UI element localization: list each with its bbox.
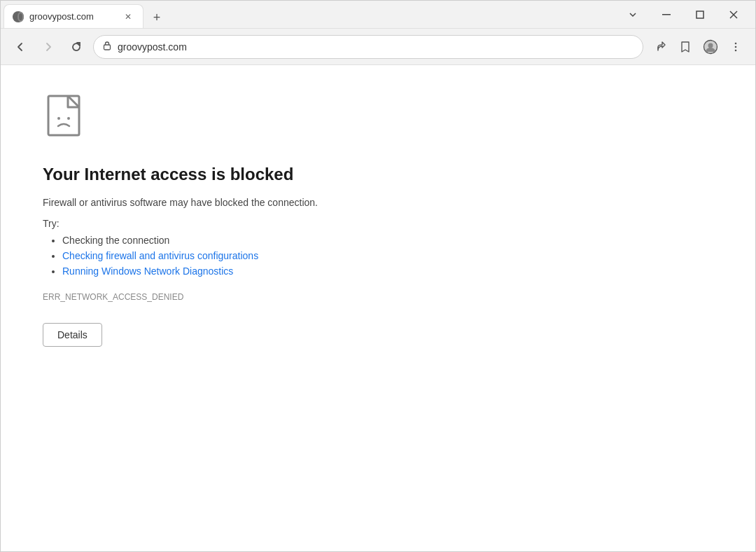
error-code: ERR_NETWORK_ACCESS_DENIED	[43, 292, 727, 302]
svg-point-9	[708, 43, 713, 48]
browser-window: groovypost.com ✕ +	[0, 0, 756, 552]
svg-rect-7	[104, 45, 111, 50]
title-bar: groovypost.com ✕ +	[1, 1, 755, 29]
tab-close-button[interactable]: ✕	[122, 11, 134, 23]
error-title: Your Internet access is blocked	[43, 165, 727, 184]
nav-actions	[649, 36, 747, 58]
menu-button[interactable]	[724, 36, 747, 58]
error-try-label: Try:	[43, 218, 727, 229]
show-hidden-button[interactable]	[617, 4, 649, 25]
browser-tab[interactable]: groovypost.com ✕	[4, 4, 144, 28]
profile-button[interactable]	[699, 36, 722, 58]
window-controls	[611, 1, 755, 28]
main-content: Your Internet access is blocked Firewall…	[1, 65, 755, 551]
svg-rect-3	[662, 14, 671, 15]
svg-point-11	[735, 46, 737, 48]
svg-point-16	[67, 117, 70, 120]
error-icon	[43, 93, 92, 142]
tab-favicon	[13, 11, 24, 22]
svg-rect-4	[696, 11, 704, 18]
forward-button[interactable]	[37, 36, 59, 58]
share-button[interactable]	[649, 36, 671, 58]
address-bar[interactable]: groovypost.com	[93, 35, 643, 59]
suggestion-text-1: Checking the connection	[62, 235, 169, 246]
network-diagnostics-link[interactable]: Running Windows Network Diagnostics	[62, 265, 233, 277]
maximize-button[interactable]	[684, 4, 716, 25]
svg-point-10	[735, 42, 737, 44]
bookmark-button[interactable]	[674, 36, 696, 58]
list-item: Checking firewall and antivirus configur…	[62, 250, 727, 261]
nav-bar: groovypost.com	[1, 29, 755, 65]
new-tab-button[interactable]: +	[146, 7, 167, 28]
address-text: groovypost.com	[118, 41, 634, 53]
tab-area: groovypost.com ✕ +	[4, 1, 611, 28]
error-suggestions-list: Checking the connection Checking firewal…	[43, 235, 727, 277]
error-description: Firewall or antivirus software may have …	[43, 197, 727, 208]
svg-line-14	[68, 96, 79, 107]
refresh-button[interactable]	[65, 36, 88, 58]
firewall-link[interactable]: Checking firewall and antivirus configur…	[62, 250, 258, 261]
details-button[interactable]: Details	[43, 323, 102, 347]
security-icon	[102, 41, 112, 53]
tab-title: groovypost.com	[29, 11, 116, 22]
back-button[interactable]	[9, 36, 31, 58]
svg-point-15	[57, 117, 60, 120]
minimize-button[interactable]	[650, 4, 682, 25]
svg-point-12	[735, 49, 737, 51]
close-button[interactable]	[718, 4, 750, 25]
list-item: Checking the connection	[62, 235, 727, 246]
list-item: Running Windows Network Diagnostics	[62, 265, 727, 277]
